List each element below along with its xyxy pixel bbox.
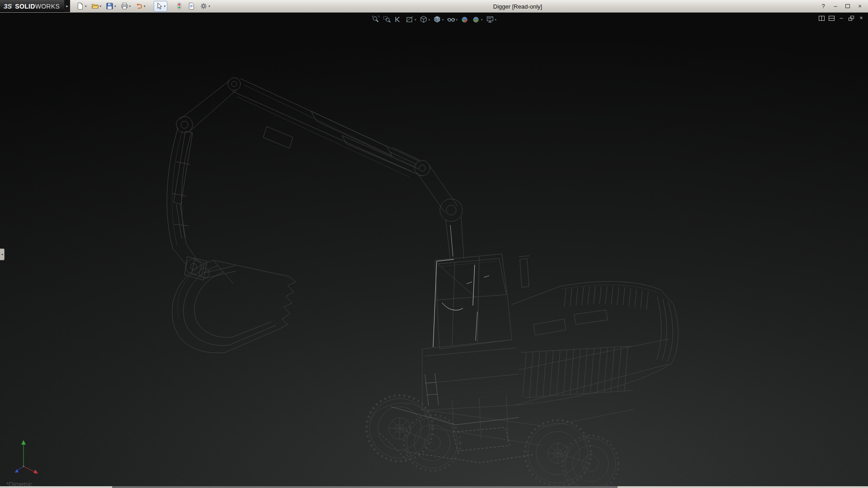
display-style-icon xyxy=(433,15,441,23)
new-document-button[interactable]: ▾ xyxy=(75,1,89,12)
wireframe-model xyxy=(0,13,868,488)
zoom-to-area-button[interactable] xyxy=(382,15,392,24)
dropdown-caret-icon[interactable]: ▾ xyxy=(442,18,444,21)
window-title: Digger [Read-only] xyxy=(452,3,583,10)
apply-scene-button[interactable]: ▾ xyxy=(471,15,484,24)
view-settings-icon xyxy=(486,15,494,23)
save-icon xyxy=(106,2,113,10)
undo-button[interactable]: ▾ xyxy=(133,1,147,12)
open-button[interactable]: ▾ xyxy=(90,1,104,12)
dropdown-caret-icon[interactable]: ▾ xyxy=(164,5,166,8)
print-button[interactable]: ▾ xyxy=(119,1,133,12)
options-button[interactable]: ▾ xyxy=(198,1,212,12)
feature-panel-collapse-tab[interactable]: ◂ xyxy=(0,249,5,260)
dropdown-caret-icon[interactable]: ▾ xyxy=(129,5,131,8)
hide-show-items-button[interactable]: ▾ xyxy=(446,15,459,24)
maximize-icon xyxy=(845,4,850,8)
split-pane-horizontal-icon xyxy=(829,16,835,21)
minimize-button[interactable]: – xyxy=(831,2,840,10)
restore-icon xyxy=(849,16,854,21)
solidworks-logo: 3S SOLIDWORKS xyxy=(0,0,64,12)
document-minimize-button[interactable]: – xyxy=(838,15,844,21)
dropdown-caret-icon[interactable]: ▾ xyxy=(144,5,146,8)
titlebar: 3S SOLIDWORKS ▸ ▾ ▾ ▾ ▾ ▾ ▾ xyxy=(0,0,868,13)
edit-appearance-button[interactable] xyxy=(460,15,470,24)
open-icon xyxy=(91,2,99,10)
save-button[interactable]: ▾ xyxy=(104,1,118,12)
window-controls: ? – × xyxy=(819,2,868,10)
document-window-controls: – × xyxy=(818,15,864,21)
apply-scene-icon xyxy=(472,15,480,23)
status-bar-edge xyxy=(0,486,868,488)
brand-name: SOLIDWORKS xyxy=(15,3,60,10)
split-pane-vertical-button[interactable] xyxy=(818,15,825,21)
view-settings-button[interactable]: ▾ xyxy=(485,15,498,24)
split-pane-vertical-icon xyxy=(819,16,825,21)
dropdown-caret-icon[interactable]: ▾ xyxy=(208,5,210,8)
help-button[interactable]: ? xyxy=(819,2,827,10)
brand-mark-icon: 3S xyxy=(4,2,12,10)
triad-z-axis xyxy=(15,466,24,473)
section-view-icon xyxy=(406,15,414,23)
brand-name-bold: SOLID xyxy=(15,3,35,10)
hide-show-glasses-icon xyxy=(447,15,455,23)
rebuild-button[interactable] xyxy=(174,1,185,12)
section-view-button[interactable]: ▾ xyxy=(405,15,417,24)
graphics-viewport[interactable]: ▾ ▾ ▾ ▾ ▾ ▾ – xyxy=(0,13,868,488)
dropdown-caret-icon[interactable]: ▾ xyxy=(114,5,116,8)
new-document-icon xyxy=(76,2,84,10)
dropdown-caret-icon[interactable]: ▾ xyxy=(481,18,483,21)
rebuild-stoplight-icon xyxy=(175,2,183,10)
main-toolbar: ▾ ▾ ▾ ▾ ▾ ▾ ▾ xyxy=(75,1,212,12)
display-style-button[interactable]: ▾ xyxy=(432,15,445,24)
dropdown-caret-icon[interactable]: ▾ xyxy=(85,5,87,8)
select-tool-button[interactable]: ▾ xyxy=(154,1,168,12)
dropdown-caret-icon[interactable]: ▾ xyxy=(495,18,497,21)
file-properties-icon xyxy=(188,2,195,10)
select-cursor-icon xyxy=(156,2,163,10)
orientation-triad xyxy=(7,436,42,476)
close-button[interactable]: × xyxy=(856,2,864,10)
dropdown-caret-icon[interactable]: ▾ xyxy=(456,18,458,21)
undo-icon xyxy=(135,2,143,10)
file-properties-button[interactable] xyxy=(186,1,197,12)
split-pane-horizontal-button[interactable] xyxy=(828,15,835,21)
triad-x-axis xyxy=(24,466,38,474)
edit-appearance-ball-icon xyxy=(461,15,469,23)
view-orientation-button[interactable]: ▾ xyxy=(418,15,431,24)
document-close-button[interactable]: × xyxy=(858,15,864,21)
dropdown-caret-icon[interactable]: ▾ xyxy=(415,18,416,21)
zoom-to-fit-icon xyxy=(372,15,380,23)
options-gear-icon xyxy=(200,2,208,10)
brand-name-light: WORKS xyxy=(35,3,60,10)
dropdown-caret-icon[interactable]: ▾ xyxy=(428,18,430,21)
status-bar-scroll-segment xyxy=(112,486,618,488)
toolbar-expand-button[interactable]: ▸ xyxy=(64,0,70,12)
previous-view-button[interactable] xyxy=(393,15,403,24)
print-icon xyxy=(121,2,128,10)
heads-up-view-toolbar: ▾ ▾ ▾ ▾ ▾ ▾ xyxy=(371,15,497,24)
dropdown-caret-icon[interactable]: ▾ xyxy=(100,5,102,8)
previous-view-icon xyxy=(394,15,402,23)
maximize-button[interactable] xyxy=(844,2,852,10)
zoom-to-fit-button[interactable] xyxy=(371,15,381,24)
view-orientation-cube-icon xyxy=(419,15,427,23)
triad-y-axis xyxy=(21,440,26,466)
document-restore-button[interactable] xyxy=(848,15,854,21)
zoom-to-area-icon xyxy=(383,15,391,23)
